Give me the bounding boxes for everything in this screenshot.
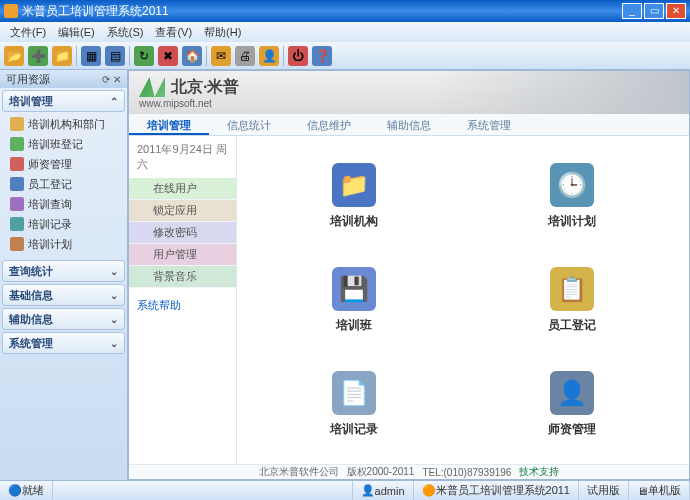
feature-grid: 📁培训机构🕒培训计划💾培训班📋员工登记📄培训记录👤师资管理 [237, 136, 689, 464]
content-footer: 北京米普软件公司 版权2000-2011 TEL:(010)87939196 技… [129, 464, 689, 479]
tab-0[interactable]: 培训管理 [129, 114, 209, 135]
accordion-header-4[interactable]: 系统管理⌄ [2, 332, 125, 354]
close-button[interactable]: ✕ [666, 3, 686, 19]
sidebar-title: 可用资源 [6, 72, 50, 87]
footer-support-link[interactable]: 技术支持 [519, 465, 559, 479]
toolbar-btn-8[interactable]: ✉ [211, 46, 231, 66]
menu-edit[interactable]: 编辑(E) [52, 23, 101, 42]
leftmenu-item-0[interactable]: 在线用户 [129, 178, 236, 200]
grid-item-5[interactable]: 👤师资管理 [465, 354, 679, 454]
footer-company: 北京米普软件公司 [259, 465, 339, 479]
left-column: 2011年9月24日 周六 在线用户锁定应用修改密码用户管理背景音乐 系统帮助 [129, 136, 237, 464]
toolbar-btn-3[interactable]: ▦ [81, 46, 101, 66]
toolbar-btn-12[interactable]: ❓ [312, 46, 332, 66]
leftmenu-item-1[interactable]: 锁定应用 [129, 200, 236, 222]
titlebar: 米普员工培训管理系统2011 _ ▭ ✕ [0, 0, 690, 22]
accordion-header-1[interactable]: 查询统计⌄ [2, 260, 125, 282]
banner-image [429, 71, 689, 114]
tab-1[interactable]: 信息统计 [209, 114, 289, 135]
status-trial: 试用版 [579, 481, 629, 500]
tab-2[interactable]: 信息维护 [289, 114, 369, 135]
grid-item-4[interactable]: 📄培训记录 [247, 354, 461, 454]
grid-item-3[interactable]: 📋员工登记 [465, 250, 679, 350]
toolbar-btn-5[interactable]: ↻ [134, 46, 154, 66]
logo-icon [139, 77, 165, 97]
toolbar-btn-2[interactable]: 📁 [52, 46, 72, 66]
window-title: 米普员工培训管理系统2011 [22, 3, 169, 20]
toolbar-btn-4[interactable]: ▤ [105, 46, 125, 66]
sidebar-item-0-5[interactable]: 培训记录 [6, 214, 125, 234]
sidebar-item-0-6[interactable]: 培训计划 [6, 234, 125, 254]
main-tabs: 培训管理信息统计信息维护辅助信息系统管理 [129, 114, 689, 136]
tab-3[interactable]: 辅助信息 [369, 114, 449, 135]
toolbar-btn-1[interactable]: ➕ [28, 46, 48, 66]
leftmenu-item-4[interactable]: 背景音乐 [129, 266, 236, 288]
status-app: 🟠 米普员工培训管理系统2011 [414, 481, 579, 500]
sidebar-controls[interactable]: ⟳ ✕ [102, 74, 121, 85]
toolbar-btn-0[interactable]: 📂 [4, 46, 24, 66]
sidebar-item-0-0[interactable]: 培训机构和部门 [6, 114, 125, 134]
toolbar-btn-6[interactable]: ✖ [158, 46, 178, 66]
sidebar-item-0-3[interactable]: 员工登记 [6, 174, 125, 194]
accordion-header-3[interactable]: 辅助信息⌄ [2, 308, 125, 330]
menubar: 文件(F) 编辑(E) 系统(S) 查看(V) 帮助(H) [0, 22, 690, 42]
sidebar-accordion: 培训管理⌃培训机构和部门培训班登记师资管理员工登记培训查询培训记录培训计划查询统… [0, 88, 127, 480]
tab-4[interactable]: 系统管理 [449, 114, 529, 135]
accordion-header-2[interactable]: 基础信息⌄ [2, 284, 125, 306]
toolbar: 📂➕📁▦▤↻✖🏠✉🖨👤⏻❓ [0, 42, 690, 70]
sidebar-item-0-2[interactable]: 师资管理 [6, 154, 125, 174]
leftmenu-item-3[interactable]: 用户管理 [129, 244, 236, 266]
status-user: 👤 admin [353, 481, 414, 500]
banner: 北京·米普 www.mipsoft.net [129, 71, 689, 114]
app-icon [4, 4, 18, 18]
grid-item-1[interactable]: 🕒培训计划 [465, 146, 679, 246]
toolbar-btn-10[interactable]: 👤 [259, 46, 279, 66]
toolbar-btn-7[interactable]: 🏠 [182, 46, 202, 66]
grid-item-0[interactable]: 📁培训机构 [247, 146, 461, 246]
minimize-button[interactable]: _ [622, 3, 642, 19]
sidebar-item-0-1[interactable]: 培训班登记 [6, 134, 125, 154]
menu-help[interactable]: 帮助(H) [198, 23, 247, 42]
toolbar-btn-11[interactable]: ⏻ [288, 46, 308, 66]
menu-file[interactable]: 文件(F) [4, 23, 52, 42]
accordion-header-0[interactable]: 培训管理⌃ [2, 90, 125, 112]
toolbar-btn-9[interactable]: 🖨 [235, 46, 255, 66]
brand-name: 北京·米普 [171, 77, 239, 98]
system-help-link[interactable]: 系统帮助 [129, 288, 236, 323]
status-ready: 🔵 就绪 [0, 481, 53, 500]
footer-copyright: 版权2000-2011 [347, 465, 415, 479]
menu-view[interactable]: 查看(V) [149, 23, 198, 42]
grid-item-2[interactable]: 💾培训班 [247, 250, 461, 350]
menu-system[interactable]: 系统(S) [101, 23, 150, 42]
leftmenu-item-2[interactable]: 修改密码 [129, 222, 236, 244]
status-mode: 🖥 单机版 [629, 481, 690, 500]
content: 北京·米普 www.mipsoft.net 培训管理信息统计信息维护辅助信息系统… [128, 70, 690, 480]
brand-url: www.mipsoft.net [139, 98, 239, 109]
footer-tel: TEL:(010)87939196 [422, 467, 511, 478]
maximize-button[interactable]: ▭ [644, 3, 664, 19]
statusbar: 🔵 就绪 👤 admin 🟠 米普员工培训管理系统2011 试用版 🖥 单机版 [0, 480, 690, 500]
sidebar: 可用资源 ⟳ ✕ 培训管理⌃培训机构和部门培训班登记师资管理员工登记培训查询培训… [0, 70, 128, 480]
sidebar-item-0-4[interactable]: 培训查询 [6, 194, 125, 214]
sidebar-header: 可用资源 ⟳ ✕ [0, 70, 127, 88]
date-display: 2011年9月24日 周六 [129, 136, 236, 178]
